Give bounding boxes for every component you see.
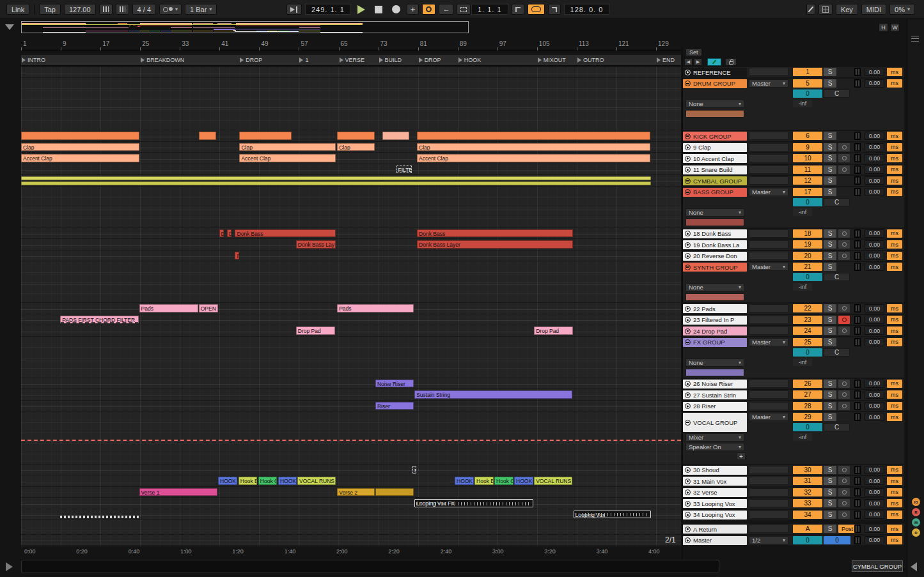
io-box[interactable] (749, 477, 788, 485)
highlight-grid-toggle[interactable] (818, 4, 833, 15)
clip-hook[interactable]: HOOK (455, 477, 474, 485)
time-signature-field[interactable]: 4 / 4 (132, 4, 156, 15)
speaker-chooser[interactable]: Speaker On▾ (685, 443, 744, 451)
track-delay-value[interactable]: 0.00 (865, 338, 884, 346)
solo-button[interactable]: S (824, 488, 836, 496)
metronome-menu[interactable]: ▾ (159, 4, 182, 15)
arm-button[interactable] (838, 402, 850, 410)
solo-button[interactable]: S (824, 143, 836, 151)
track-number-box[interactable]: 10 (793, 154, 822, 162)
group-volume[interactable]: 0 (793, 348, 822, 357)
clip-d[interactable]: D (219, 229, 224, 238)
locator-verse[interactable]: VERSE (340, 57, 365, 63)
track-name[interactable]: 34 Looping Vox (683, 511, 747, 519)
link-toggle[interactable]: Link (6, 4, 29, 15)
lane-24-drop-pad[interactable]: Drop PadDrop Pad (21, 326, 681, 337)
clip-hook[interactable]: HOOK (514, 477, 533, 485)
io-box[interactable] (749, 466, 788, 474)
fit-height-button[interactable]: H (879, 23, 888, 32)
lock-envelopes-toggle[interactable] (725, 58, 737, 66)
arm-button[interactable] (838, 252, 850, 260)
track-number-box[interactable]: 17 (793, 188, 822, 196)
delay-ms-toggle[interactable]: ms (887, 229, 902, 238)
solo-button[interactable]: S (824, 466, 836, 474)
track-number-box[interactable]: 30 (793, 466, 822, 474)
follow-button[interactable] (286, 4, 302, 15)
next-locator-button[interactable]: ▶ (694, 58, 702, 66)
track-delay-value[interactable]: 0.00 (865, 402, 884, 410)
arm-button[interactable] (838, 165, 850, 174)
group-pan[interactable]: C (824, 198, 850, 206)
delay-ms-toggle[interactable]: ms (887, 413, 902, 421)
track-number-box[interactable]: 22 (793, 304, 822, 312)
clip-donk-bass[interactable]: Donk Bass (417, 229, 573, 238)
io-output-chooser[interactable]: Master▾ (749, 188, 788, 196)
clip-hook[interactable]: HOOK (278, 477, 297, 485)
locator-1[interactable]: 1 (299, 57, 308, 63)
io-box[interactable] (749, 304, 788, 312)
punch-out-toggle[interactable] (548, 4, 561, 15)
punch-in-toggle[interactable] (512, 4, 524, 15)
track-number-box[interactable]: 34 (793, 511, 822, 519)
solo-button[interactable]: S (824, 188, 836, 196)
locator-breakdown[interactable]: BREAKDOWN (141, 57, 184, 63)
locator-intro[interactable]: INTRO (22, 57, 45, 63)
track-name[interactable]: VOCAL GROUP (683, 413, 747, 432)
track-number-box[interactable]: 18 (793, 229, 822, 238)
panel-toggle-d[interactable]: D (912, 528, 920, 537)
track-header-kick-group[interactable]: KICK GROUP6S0.00ms (683, 131, 904, 142)
delay-ms-toggle[interactable]: ms (887, 499, 902, 507)
clip-cymbal-group[interactable] (21, 176, 651, 180)
track-number-box[interactable]: 9 (793, 143, 822, 151)
phase-nudge-down-button[interactable] (99, 4, 113, 15)
device-strip[interactable] (685, 293, 744, 301)
io-box[interactable] (749, 229, 788, 238)
clip-drop-pad[interactable]: Drop Pad (296, 327, 335, 335)
track-name[interactable]: 19 Donk Bass La (683, 240, 747, 249)
clip-riser[interactable]: Riser (375, 402, 414, 410)
clip-donk-bass-layer[interactable]: Donk Bass Layer (417, 240, 573, 249)
track-name[interactable]: 27 Sustain Strin (683, 390, 747, 399)
group-pan[interactable]: C (824, 423, 850, 431)
panel-toggle-m[interactable]: M (912, 518, 920, 527)
clip-d[interactable]: D (227, 229, 231, 238)
arm-button[interactable] (838, 304, 850, 312)
arm-button[interactable] (838, 143, 850, 151)
status-play-icon[interactable] (6, 562, 13, 571)
solo-button[interactable]: S (824, 477, 836, 485)
locator-end[interactable]: END (657, 57, 675, 63)
locator-outro[interactable]: OUTRO (577, 57, 604, 63)
io-box[interactable] (749, 499, 788, 507)
mixer-chooser[interactable]: Mixer▾ (685, 433, 744, 442)
track-number-box[interactable]: 23 (793, 316, 822, 324)
clip-clap[interactable]: Clap (21, 143, 139, 151)
set-locator-button[interactable]: Set (685, 49, 702, 56)
io-box[interactable] (749, 511, 788, 519)
solo-button[interactable]: S (824, 304, 836, 312)
record-button[interactable] (392, 5, 400, 13)
clip-s[interactable]: s (412, 466, 416, 474)
clip-pads[interactable]: Pads (337, 304, 414, 312)
delay-ms-toggle[interactable]: ms (887, 176, 902, 185)
lane-a-return[interactable] (21, 524, 681, 535)
solo-button[interactable]: S (824, 316, 836, 324)
loop-length-field[interactable]: 128. 0. 0 (564, 4, 610, 15)
track-delay-value[interactable]: 0.00 (865, 511, 884, 519)
clip-sustain-string[interactable]: Sustain String (414, 390, 572, 399)
solo-button[interactable]: S (824, 402, 836, 410)
track-header-31-main-vox[interactable]: 31 Main Vox31S0.00ms (683, 476, 904, 487)
post-toggle[interactable]: Post (838, 525, 856, 533)
track-name[interactable]: A Return (683, 525, 747, 534)
group-pan[interactable]: C (824, 89, 850, 98)
track-number-box[interactable]: 20 (793, 252, 822, 260)
track-name[interactable]: REFERENCE (683, 68, 747, 77)
clip-filter[interactable]: FILTER (396, 165, 412, 174)
track-name[interactable]: 30 Shoud (683, 466, 747, 475)
midi-overdub-toggle[interactable] (422, 4, 435, 15)
clip-donk-bass-lay[interactable]: Donk Bass Lay (296, 240, 336, 249)
arm-button[interactable] (838, 154, 850, 162)
clip-kick-group[interactable] (21, 132, 139, 140)
track-name[interactable]: 18 Donk Bass (683, 229, 747, 238)
fold-panel-arrow[interactable] (911, 562, 917, 571)
delay-ms-toggle[interactable]: ms (887, 240, 902, 249)
